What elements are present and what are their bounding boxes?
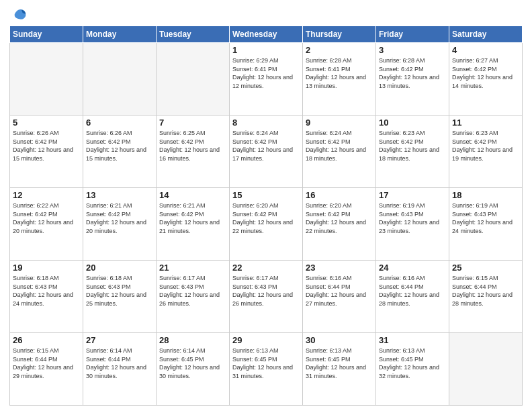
day-cell: 9Sunrise: 6:24 AMSunset: 6:42 PMDaylight… <box>303 116 376 188</box>
col-header-friday: Friday <box>376 26 449 43</box>
day-number: 12 <box>13 190 80 200</box>
day-info: Sunrise: 6:21 AMSunset: 6:42 PMDaylight:… <box>159 201 226 235</box>
day-cell: 14Sunrise: 6:21 AMSunset: 6:42 PMDayligh… <box>157 188 230 261</box>
day-info: Sunrise: 6:21 AMSunset: 6:42 PMDaylight:… <box>86 201 153 235</box>
day-number: 16 <box>306 190 373 200</box>
day-info: Sunrise: 6:17 AMSunset: 6:43 PMDaylight:… <box>159 274 226 308</box>
day-number: 9 <box>306 118 373 128</box>
day-cell: 24Sunrise: 6:16 AMSunset: 6:44 PMDayligh… <box>376 261 449 333</box>
day-number: 14 <box>159 190 226 200</box>
day-cell: 31Sunrise: 6:13 AMSunset: 6:45 PMDayligh… <box>376 333 449 406</box>
col-header-wednesday: Wednesday <box>230 26 303 43</box>
day-cell: 21Sunrise: 6:17 AMSunset: 6:43 PMDayligh… <box>157 261 230 333</box>
day-number: 7 <box>159 118 226 128</box>
day-cell: 5Sunrise: 6:26 AMSunset: 6:42 PMDaylight… <box>10 116 83 188</box>
day-number: 30 <box>306 335 373 345</box>
day-info: Sunrise: 6:14 AMSunset: 6:45 PMDaylight:… <box>159 347 226 380</box>
day-cell <box>449 333 523 406</box>
day-info: Sunrise: 6:16 AMSunset: 6:44 PMDaylight:… <box>379 274 446 308</box>
col-header-monday: Monday <box>83 26 157 43</box>
day-cell: 20Sunrise: 6:18 AMSunset: 6:43 PMDayligh… <box>83 261 157 333</box>
day-number: 22 <box>232 263 300 273</box>
page: SundayMondayTuesdayWednesdayThursdayFrid… <box>0 0 532 411</box>
day-info: Sunrise: 6:19 AMSunset: 6:43 PMDaylight:… <box>452 201 519 235</box>
day-number: 5 <box>13 118 80 128</box>
col-header-sunday: Sunday <box>10 26 83 43</box>
day-number: 2 <box>306 45 373 55</box>
day-info: Sunrise: 6:20 AMSunset: 6:42 PMDaylight:… <box>306 201 373 235</box>
day-info: Sunrise: 6:26 AMSunset: 6:42 PMDaylight:… <box>86 129 153 163</box>
day-cell: 18Sunrise: 6:19 AMSunset: 6:43 PMDayligh… <box>449 188 523 261</box>
week-row-4: 19Sunrise: 6:18 AMSunset: 6:43 PMDayligh… <box>10 261 523 333</box>
day-info: Sunrise: 6:18 AMSunset: 6:43 PMDaylight:… <box>13 274 80 308</box>
day-cell: 17Sunrise: 6:19 AMSunset: 6:43 PMDayligh… <box>376 188 449 261</box>
day-cell: 6Sunrise: 6:26 AMSunset: 6:42 PMDaylight… <box>83 116 157 188</box>
day-info: Sunrise: 6:24 AMSunset: 6:42 PMDaylight:… <box>232 129 300 163</box>
logo <box>9 7 28 21</box>
day-number: 10 <box>379 118 446 128</box>
day-info: Sunrise: 6:16 AMSunset: 6:44 PMDaylight:… <box>306 274 373 308</box>
day-cell: 12Sunrise: 6:22 AMSunset: 6:42 PMDayligh… <box>10 188 83 261</box>
day-cell <box>157 43 230 116</box>
day-cell: 28Sunrise: 6:14 AMSunset: 6:45 PMDayligh… <box>157 333 230 406</box>
header <box>9 7 523 21</box>
day-cell: 15Sunrise: 6:20 AMSunset: 6:42 PMDayligh… <box>230 188 303 261</box>
day-number: 24 <box>379 263 446 273</box>
day-cell: 2Sunrise: 6:28 AMSunset: 6:41 PMDaylight… <box>303 43 376 116</box>
day-info: Sunrise: 6:19 AMSunset: 6:43 PMDaylight:… <box>379 201 446 235</box>
day-info: Sunrise: 6:29 AMSunset: 6:41 PMDaylight:… <box>232 56 300 90</box>
day-cell: 3Sunrise: 6:28 AMSunset: 6:42 PMDaylight… <box>376 43 449 116</box>
day-info: Sunrise: 6:23 AMSunset: 6:42 PMDaylight:… <box>379 129 446 163</box>
day-cell: 13Sunrise: 6:21 AMSunset: 6:42 PMDayligh… <box>83 188 157 261</box>
day-cell: 11Sunrise: 6:23 AMSunset: 6:42 PMDayligh… <box>449 116 523 188</box>
week-row-5: 26Sunrise: 6:15 AMSunset: 6:44 PMDayligh… <box>10 333 523 406</box>
col-header-saturday: Saturday <box>449 26 523 43</box>
day-info: Sunrise: 6:28 AMSunset: 6:42 PMDaylight:… <box>379 56 446 90</box>
day-number: 28 <box>159 335 226 345</box>
day-cell: 23Sunrise: 6:16 AMSunset: 6:44 PMDayligh… <box>303 261 376 333</box>
day-cell: 7Sunrise: 6:25 AMSunset: 6:42 PMDaylight… <box>157 116 230 188</box>
day-info: Sunrise: 6:15 AMSunset: 6:44 PMDaylight:… <box>452 274 519 308</box>
header-row: SundayMondayTuesdayWednesdayThursdayFrid… <box>10 26 523 43</box>
col-header-thursday: Thursday <box>303 26 376 43</box>
day-number: 4 <box>452 45 519 55</box>
day-cell: 25Sunrise: 6:15 AMSunset: 6:44 PMDayligh… <box>449 261 523 333</box>
day-info: Sunrise: 6:23 AMSunset: 6:42 PMDaylight:… <box>452 129 519 163</box>
week-row-3: 12Sunrise: 6:22 AMSunset: 6:42 PMDayligh… <box>10 188 523 261</box>
day-number: 21 <box>159 263 226 273</box>
day-number: 19 <box>13 263 80 273</box>
day-info: Sunrise: 6:13 AMSunset: 6:45 PMDaylight:… <box>379 347 446 380</box>
day-cell: 30Sunrise: 6:13 AMSunset: 6:45 PMDayligh… <box>303 333 376 406</box>
day-info: Sunrise: 6:17 AMSunset: 6:43 PMDaylight:… <box>232 274 300 308</box>
col-header-tuesday: Tuesday <box>157 26 230 43</box>
day-number: 11 <box>452 118 519 128</box>
day-number: 3 <box>379 45 446 55</box>
day-cell: 26Sunrise: 6:15 AMSunset: 6:44 PMDayligh… <box>10 333 83 406</box>
day-number: 20 <box>86 263 153 273</box>
day-number: 18 <box>452 190 519 200</box>
day-number: 8 <box>232 118 300 128</box>
day-cell: 8Sunrise: 6:24 AMSunset: 6:42 PMDaylight… <box>230 116 303 188</box>
day-info: Sunrise: 6:20 AMSunset: 6:42 PMDaylight:… <box>232 201 300 235</box>
day-number: 1 <box>232 45 300 55</box>
day-info: Sunrise: 6:27 AMSunset: 6:42 PMDaylight:… <box>452 56 519 90</box>
day-info: Sunrise: 6:26 AMSunset: 6:42 PMDaylight:… <box>13 129 80 163</box>
day-info: Sunrise: 6:25 AMSunset: 6:42 PMDaylight:… <box>159 129 226 163</box>
day-cell: 10Sunrise: 6:23 AMSunset: 6:42 PMDayligh… <box>376 116 449 188</box>
day-cell: 1Sunrise: 6:29 AMSunset: 6:41 PMDaylight… <box>230 43 303 116</box>
day-number: 27 <box>86 335 153 345</box>
day-cell: 27Sunrise: 6:14 AMSunset: 6:44 PMDayligh… <box>83 333 157 406</box>
day-info: Sunrise: 6:18 AMSunset: 6:43 PMDaylight:… <box>86 274 153 308</box>
week-row-2: 5Sunrise: 6:26 AMSunset: 6:42 PMDaylight… <box>10 116 523 188</box>
day-number: 31 <box>379 335 446 345</box>
day-info: Sunrise: 6:13 AMSunset: 6:45 PMDaylight:… <box>232 347 300 380</box>
day-number: 15 <box>232 190 300 200</box>
day-info: Sunrise: 6:13 AMSunset: 6:45 PMDaylight:… <box>306 347 373 380</box>
day-cell: 29Sunrise: 6:13 AMSunset: 6:45 PMDayligh… <box>230 333 303 406</box>
week-row-1: 1Sunrise: 6:29 AMSunset: 6:41 PMDaylight… <box>10 43 523 116</box>
day-info: Sunrise: 6:14 AMSunset: 6:44 PMDaylight:… <box>86 347 153 380</box>
day-info: Sunrise: 6:22 AMSunset: 6:42 PMDaylight:… <box>13 201 80 235</box>
day-number: 17 <box>379 190 446 200</box>
calendar-table: SundayMondayTuesdayWednesdayThursdayFrid… <box>9 26 523 406</box>
day-info: Sunrise: 6:24 AMSunset: 6:42 PMDaylight:… <box>306 129 373 163</box>
